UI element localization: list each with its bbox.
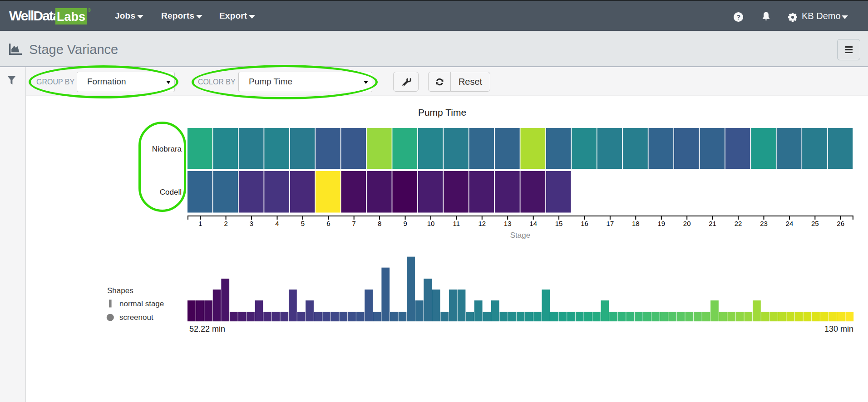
svg-text:21: 21 <box>709 220 716 227</box>
svg-text:2: 2 <box>224 220 227 227</box>
svg-text:11: 11 <box>453 220 460 227</box>
svg-text:Pump Time: Pump Time <box>418 107 466 118</box>
svg-text:8: 8 <box>378 220 381 227</box>
svg-text:Stage: Stage <box>510 231 530 240</box>
svg-text:25: 25 <box>811 220 819 227</box>
svg-text:17: 17 <box>607 220 614 227</box>
svg-text:15: 15 <box>555 220 563 227</box>
svg-text:52.22 min: 52.22 min <box>189 324 225 333</box>
svg-text:23: 23 <box>760 220 768 227</box>
svg-text:10: 10 <box>427 220 435 227</box>
svg-text:?: ? <box>736 13 740 21</box>
svg-text:screenout: screenout <box>119 313 153 322</box>
svg-text:24: 24 <box>786 220 794 227</box>
svg-text:4: 4 <box>275 220 279 227</box>
svg-text:20: 20 <box>683 220 691 227</box>
svg-text:22: 22 <box>735 220 742 227</box>
svg-text:13: 13 <box>504 220 512 227</box>
svg-text:14: 14 <box>529 220 537 227</box>
svg-text:19: 19 <box>657 220 665 227</box>
svg-text:5: 5 <box>301 220 305 227</box>
svg-text:9: 9 <box>403 220 407 227</box>
svg-text:16: 16 <box>581 220 588 227</box>
svg-text:Shapes: Shapes <box>107 286 133 295</box>
svg-text:normal stage: normal stage <box>119 299 164 308</box>
svg-text:3: 3 <box>250 220 253 227</box>
svg-text:18: 18 <box>632 220 640 227</box>
svg-text:12: 12 <box>478 220 486 227</box>
svg-text:6: 6 <box>326 220 330 227</box>
svg-text:7: 7 <box>352 220 356 227</box>
svg-text:1: 1 <box>198 220 202 227</box>
svg-text:26: 26 <box>837 220 844 227</box>
svg-text:130 min: 130 min <box>824 324 853 333</box>
